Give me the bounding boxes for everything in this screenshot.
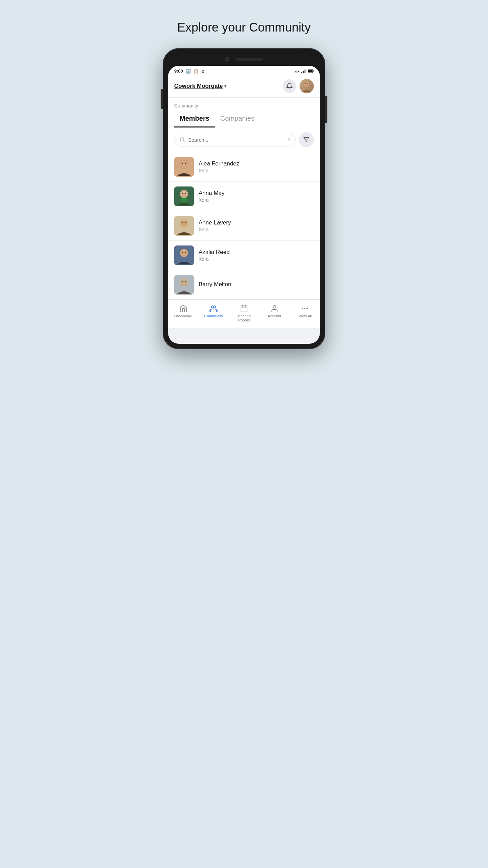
- notifications-button[interactable]: [283, 79, 296, 93]
- member-item[interactable]: Barry Melton: [168, 270, 320, 299]
- svg-rect-23: [181, 198, 187, 201]
- svg-point-37: [182, 281, 183, 282]
- svg-point-38: [185, 281, 186, 282]
- nav-item-dashboard[interactable]: Dashboard: [168, 303, 199, 323]
- member-item[interactable]: Azalia Reed Xera: [168, 240, 320, 270]
- svg-point-28: [185, 222, 186, 223]
- profile-avatar-button[interactable]: [300, 79, 314, 93]
- nav-item-show-all[interactable]: Show All: [289, 303, 320, 323]
- svg-point-21: [182, 193, 183, 194]
- header-avatar: [300, 79, 314, 93]
- svg-rect-5: [313, 71, 314, 72]
- nav-item-community[interactable]: Community: [199, 303, 229, 323]
- workspace-selector[interactable]: Cowork Moorgate ▾: [174, 83, 226, 90]
- member-avatar-anna: [174, 186, 194, 206]
- svg-point-32: [182, 252, 183, 253]
- people-icon: [209, 304, 218, 313]
- search-bar-container: ×: [174, 133, 296, 146]
- phone-screen: 9:00 🔄 📋 ⊘: [168, 66, 320, 344]
- svg-point-20: [180, 190, 188, 198]
- clear-search-button[interactable]: ×: [287, 137, 290, 143]
- svg-point-40: [214, 306, 216, 308]
- member-avatar-barry: [174, 275, 194, 295]
- tab-members[interactable]: Members: [174, 111, 215, 127]
- calendar-icon: [240, 304, 248, 313]
- nav-item-meeting-rooms[interactable]: Meeting Rooms: [229, 303, 259, 323]
- home-icon: [179, 304, 187, 313]
- filter-icon: [303, 137, 309, 143]
- member-avatar-anne: [174, 216, 194, 236]
- sim-icon: 📋: [194, 69, 199, 74]
- nav-label-community: Community: [204, 314, 223, 318]
- battery-icon: [308, 69, 314, 73]
- status-bar: 9:00 🔄 📋 ⊘: [168, 66, 320, 76]
- dots-icon: [301, 304, 309, 313]
- svg-point-47: [304, 308, 305, 309]
- member-company: Xera: [199, 256, 314, 262]
- svg-point-45: [273, 305, 276, 308]
- svg-point-39: [211, 306, 214, 308]
- nav-label-show-all: Show All: [298, 314, 312, 318]
- member-avatar-azalia: [174, 245, 194, 265]
- svg-point-22: [185, 193, 186, 194]
- search-input[interactable]: [188, 137, 285, 143]
- nav-label-meeting-rooms: Meeting Rooms: [237, 314, 250, 322]
- member-name: Alea Fernandez: [199, 160, 314, 167]
- member-item[interactable]: Anna May Xera: [168, 181, 320, 211]
- svg-point-33: [185, 252, 186, 253]
- tabs-container: Members Companies: [168, 108, 320, 127]
- bell-icon: [286, 83, 293, 90]
- section-label: Community: [168, 98, 320, 108]
- filter-button[interactable]: [299, 132, 314, 147]
- svg-point-48: [307, 308, 307, 309]
- member-item[interactable]: Alea Fernandez Xera: [168, 152, 320, 181]
- member-name: Barry Melton: [199, 281, 314, 288]
- camera: [225, 57, 229, 62]
- search-row: ×: [168, 127, 320, 152]
- svg-rect-3: [305, 69, 306, 73]
- phone-frame: 9:00 🔄 📋 ⊘: [163, 48, 325, 349]
- workspace-name-text: Cowork Moorgate: [174, 83, 223, 90]
- svg-point-11: [180, 138, 184, 141]
- svg-point-15: [180, 161, 188, 168]
- svg-point-16: [182, 163, 183, 164]
- nav-item-account[interactable]: Account: [259, 303, 290, 323]
- refresh-icon: 🔄: [186, 69, 191, 74]
- svg-rect-0: [301, 72, 302, 73]
- svg-point-9: [305, 83, 306, 84]
- member-name: Azalia Reed: [199, 249, 314, 256]
- signal-icon: [301, 69, 306, 73]
- svg-point-26: [180, 220, 188, 227]
- bottom-nav: Dashboard Community: [168, 299, 320, 328]
- member-company: Xera: [199, 168, 314, 173]
- member-company: Xera: [199, 227, 314, 232]
- app-header: Cowork Moorgate ▾: [168, 76, 320, 98]
- svg-point-46: [302, 308, 303, 309]
- nav-label-account: Account: [268, 314, 281, 318]
- member-name: Anne Lavery: [199, 219, 314, 226]
- svg-point-27: [182, 222, 183, 223]
- svg-point-17: [185, 163, 186, 164]
- chevron-down-icon: ▾: [224, 84, 226, 88]
- search-icon: [179, 137, 185, 143]
- svg-point-31: [180, 249, 188, 257]
- tab-companies[interactable]: Companies: [215, 111, 260, 127]
- member-info-barry: Barry Melton: [199, 281, 314, 289]
- phone-top: [168, 54, 320, 66]
- svg-rect-2: [304, 70, 305, 73]
- status-time: 9:00: [174, 68, 183, 74]
- member-name: Anna May: [199, 190, 314, 197]
- member-avatar-alea: [174, 157, 194, 177]
- svg-rect-41: [241, 306, 247, 312]
- svg-point-8: [304, 82, 309, 87]
- svg-rect-6: [308, 70, 312, 72]
- member-company: Xera: [199, 197, 314, 203]
- nav-label-dashboard: Dashboard: [174, 314, 192, 318]
- svg-point-36: [180, 279, 188, 286]
- member-item[interactable]: Anne Lavery Xera: [168, 211, 320, 240]
- speaker: [236, 58, 263, 61]
- member-info-anne: Anne Lavery Xera: [199, 219, 314, 232]
- person-icon: [270, 304, 279, 313]
- content-area: Community Members Companies ×: [168, 98, 320, 299]
- member-list: Alea Fernandez Xera: [168, 152, 320, 299]
